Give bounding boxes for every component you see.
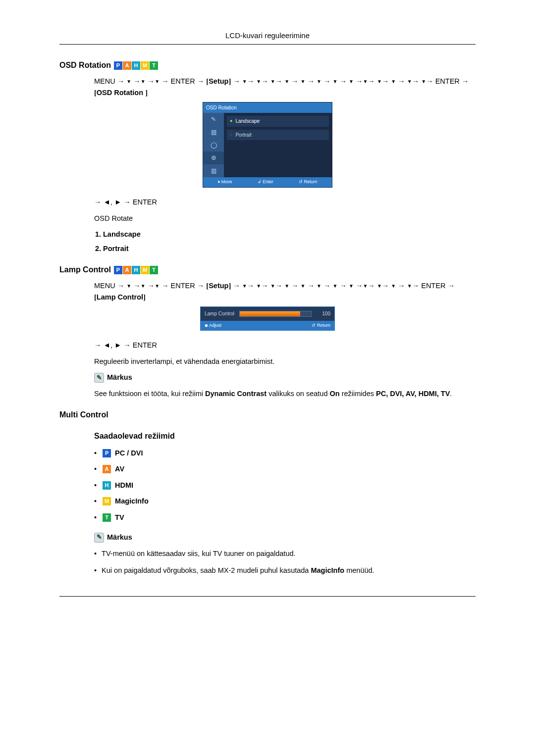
osd-rotation-heading: OSD Rotation P A H M T: [59, 59, 476, 72]
footer-return: ↺ Return: [299, 179, 318, 186]
osd-post-nav: → ◄, ► → ENTER: [94, 197, 476, 207]
multi-note-2: Kui on paigaldatud võrguboks, saab MX-2 …: [94, 565, 476, 576]
screens-icon: ▧: [203, 126, 224, 139]
lamp-post-nav: → ◄, ► → ENTER: [94, 340, 476, 351]
badge-a-icon: A: [123, 61, 131, 70]
note-label: Märkus: [107, 532, 132, 543]
badge-m-icon: M: [103, 497, 111, 505]
osd-nav-path: MENU → → → → ENTER → [Setup] → → → → → →…: [94, 76, 476, 98]
landscape-label: Landscape: [235, 117, 260, 125]
page-header: LCD-kuvari reguleerimine: [59, 30, 476, 41]
badge-h-icon: H: [103, 481, 111, 490]
multi-note-1: TV-menüü on kättesaadav siis, kui TV tuu…: [94, 548, 476, 559]
multi-note-heading: ✎ Märkus: [94, 532, 476, 543]
lamp-control-label: Lamp Control: [97, 293, 143, 301]
portrait-label: Portrait: [235, 131, 251, 139]
option-landscape: Landscape: [103, 229, 476, 240]
badge-m-icon: M: [141, 61, 149, 70]
note-icon: ✎: [94, 533, 104, 543]
osd-option-portrait: ○Portrait: [227, 130, 329, 141]
note-label: Märkus: [107, 372, 132, 383]
mode-magic-label: MagicInfo: [115, 496, 149, 506]
lamp-description: Reguleerib inverterlampi, et vähendada e…: [94, 356, 476, 367]
mode-tv-label: TV: [115, 512, 124, 523]
mode-magicinfo: M MagicInfo: [94, 496, 476, 506]
option-portrait: Portrait: [103, 243, 476, 254]
footer-adjust: ◆ Adjust: [205, 322, 221, 329]
badge-h-icon: H: [132, 266, 140, 274]
osd-option-landscape: ●Landscape: [227, 116, 329, 127]
osd-icon-column: ✎ ▧ ◯ ⚙ ▥: [203, 113, 224, 177]
osd-screenshot: OSD Rotation ✎ ▧ ◯ ⚙ ▥ ●Landscape ○Portr…: [203, 102, 332, 188]
setup-label-2: Setup: [209, 282, 228, 290]
badge-a-icon: A: [123, 266, 131, 274]
badge-m-icon: M: [141, 266, 149, 274]
badge-strip-2: P A H M T: [114, 266, 158, 274]
multi-note-list: TV-menüü on kättesaadav siis, kui TV tuu…: [94, 548, 476, 576]
brush-icon: ✎: [203, 113, 224, 126]
mode-av-label: AV: [115, 463, 124, 474]
badge-strip: P A H M T: [114, 61, 158, 70]
mode-list: P PC / DVI A AV H HDMI M MagicInfo T TV: [94, 448, 476, 523]
mode-hdmi: H HDMI: [94, 480, 476, 491]
mode-pc: P PC / DVI: [94, 448, 476, 458]
footer-move: ♦ Move: [218, 179, 232, 186]
multi-control-heading: Multi Control: [59, 409, 476, 421]
lamp-value: 100: [317, 310, 330, 318]
lamp-control-heading: Lamp Control P A H M T: [59, 264, 476, 276]
multi-control-title: Multi Control: [59, 409, 108, 421]
header-rule: [59, 44, 476, 45]
osd-rotation-label: OSD Rotation: [97, 89, 143, 97]
badge-h-icon: H: [132, 61, 140, 70]
gear-icon: ⚙: [203, 151, 224, 164]
lamp-shot-label: Lamp Control: [205, 310, 234, 318]
setup-label: Setup: [209, 77, 228, 85]
footer-return: ↺ Return: [312, 322, 330, 329]
lamp-nav-path: MENU → → → → ENTER → [Setup] → → → → → →…: [94, 280, 476, 302]
badge-p-icon: P: [114, 61, 122, 70]
footer-enter: ↲ Enter: [258, 179, 273, 186]
circle-icon: ◯: [203, 139, 224, 151]
osd-rotate-label: OSD Rotate: [94, 213, 476, 224]
osd-screenshot-header: OSD Rotation: [203, 102, 332, 113]
lamp-note-heading: ✎ Märkus: [94, 372, 476, 383]
footer-rule: [59, 596, 476, 597]
mode-pc-label: PC / DVI: [115, 448, 143, 458]
badge-a-icon: A: [103, 465, 111, 473]
lamp-screenshot: Lamp Control 100 ◆ Adjust ↺ Return: [200, 306, 335, 331]
badge-t-icon: T: [150, 61, 158, 70]
osd-rotation-title: OSD Rotation: [59, 59, 111, 72]
available-modes-heading: Saadaolevad režiimid: [94, 430, 476, 443]
badge-t-icon: T: [103, 513, 111, 522]
lamp-slider: [239, 311, 312, 317]
mode-tv: T TV: [94, 512, 476, 523]
lamp-note-text: See funktsioon ei tööta, kui režiimi Dyn…: [94, 388, 476, 399]
badge-t-icon: T: [150, 266, 158, 274]
note-icon: ✎: [94, 373, 104, 383]
grid-icon: ▥: [203, 164, 224, 177]
osd-options-list: Landscape Portrait: [94, 229, 476, 254]
badge-p-icon: P: [114, 266, 122, 274]
mode-hdmi-label: HDMI: [115, 480, 133, 491]
mode-av: A AV: [94, 463, 476, 474]
lamp-control-title: Lamp Control: [59, 264, 111, 276]
badge-p-icon: P: [103, 449, 111, 457]
